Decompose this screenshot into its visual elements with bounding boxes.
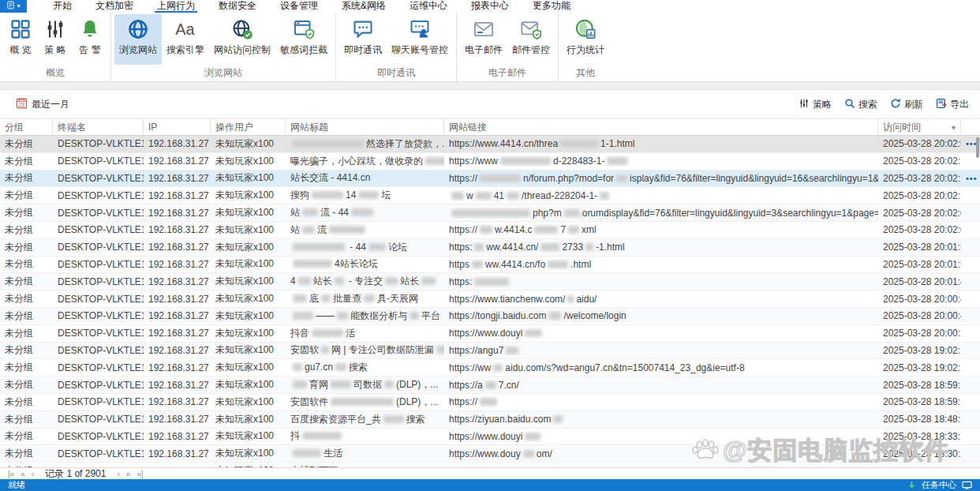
cell-group: 未分组 (0, 257, 53, 271)
overview-button[interactable]: 概 览 (3, 14, 38, 65)
tab-ops-center[interactable]: 运维中心 (398, 0, 459, 13)
export-icon (936, 98, 947, 111)
text-segment: 底 (309, 293, 319, 304)
email-button[interactable]: 电子邮件 (460, 14, 507, 65)
last-page-button[interactable]: »| (137, 470, 143, 478)
cell-terminal: DESKTOP-VLKTLE1 (53, 242, 144, 253)
column-header-time[interactable]: 访问时间▾ (878, 119, 961, 135)
table-row[interactable]: 未分组DESKTOP-VLKTLE1192.168.31.27未知玩家x100生… (0, 445, 980, 463)
table-row[interactable]: 未分组DESKTOP-VLKTLE1192.168.31.27未知玩家x100曝… (0, 153, 980, 171)
tab-start[interactable]: 开始 (41, 0, 84, 13)
table-row[interactable]: 未分组DESKTOP-VLKTLE1192.168.31.27未知玩家x100抖… (0, 325, 980, 343)
redacted-segment (321, 294, 331, 302)
table-row[interactable]: 未分组DESKTOP-VLKTLE1192.168.31.27未知玩家x100站… (0, 222, 980, 239)
prev-page-button[interactable]: ‹ (32, 470, 34, 478)
export-action-button[interactable]: 导出 (936, 98, 969, 111)
cell-user: 未知玩家x100 (211, 361, 286, 374)
column-header-menu[interactable] (961, 119, 980, 135)
instant-messaging-button[interactable]: 即时通讯 (339, 14, 387, 65)
tab-data-security[interactable]: 数据安全 (207, 0, 268, 13)
redacted-segment (476, 192, 492, 200)
table-row[interactable]: 未分组DESKTOP-VLKTLE1192.168.31.27未知玩家x100百… (0, 411, 980, 429)
browse-website-button[interactable]: 浏览网站 (114, 14, 162, 65)
table-row[interactable]: 未分组DESKTOP-VLKTLE1192.168.31.27未知玩家x100g… (0, 359, 980, 377)
table-row[interactable]: 未分组DESKTOP-VLKTLE1192.168.31.27未知玩家x1004… (0, 273, 980, 290)
task-center-button[interactable]: 任务中心 (922, 479, 956, 491)
table-row[interactable]: 未分组DESKTOP-VLKTLE1192.168.31.27未知玩家x100抖… (0, 429, 980, 446)
date-range-filter[interactable]: 23 最近一月 (16, 97, 69, 111)
table-row[interactable]: 未分组DESKTOP-VLKTLE1192.168.31.27未知玩家x100然… (0, 136, 980, 153)
redacted-segment (564, 209, 580, 217)
tab-more-features[interactable]: 更多功能 (521, 0, 582, 13)
policy-action-button[interactable]: 策略 (799, 98, 832, 111)
search-action-button[interactable]: 搜索 (844, 98, 877, 111)
refresh-action-button[interactable]: 刷新 (890, 98, 923, 111)
sensitive-word-block-button[interactable]: 敏感词拦截 (275, 14, 332, 65)
website-access-control-button[interactable]: 网站访问控制 (209, 14, 275, 65)
table-row[interactable]: 未分组DESKTOP-VLKTLE1192.168.31.27未知玩家x100站… (0, 204, 980, 222)
cell-time: 2025-03-28 20:02:09 (878, 208, 961, 219)
ribbon-button-label: 聊天账号管控 (391, 43, 448, 57)
tab-system-network[interactable]: 系统&网络 (330, 0, 398, 13)
table-row[interactable]: 未分组DESKTOP-VLKTLE1192.168.31.27未知玩家x100育… (0, 377, 980, 394)
column-header-title[interactable]: 网站标题 (286, 119, 444, 135)
monitor-icon[interactable] (962, 481, 972, 489)
column-header-terminal[interactable]: 终端名 (53, 119, 144, 135)
redacted-segment (351, 208, 373, 216)
sort-caret-icon[interactable]: ▾ (952, 123, 956, 132)
next-group-button[interactable]: » (126, 470, 131, 478)
table-row[interactable]: 未分组DESKTOP-VLKTLE1192.168.31.27未知玩家x100搜… (0, 187, 980, 204)
column-header-ip[interactable]: IP (144, 119, 211, 135)
cell-terminal: DESKTOP-VLKTLE1 (53, 380, 144, 391)
cell-time: 2025-03-28 20:01:50 (878, 259, 961, 270)
text-segment: 4 (290, 275, 296, 287)
table-row[interactable]: 未分组DESKTOP-VLKTLE1192.168.31.27未知玩家x1004… (0, 257, 980, 274)
column-header-url[interactable]: 网站链接 (444, 119, 878, 135)
column-header-label: 操作用户 (215, 121, 253, 134)
redacted-segment (616, 174, 627, 182)
next-page-button[interactable]: › (117, 470, 119, 478)
app-menu-button[interactable]: ▾ (0, 0, 27, 13)
text-segment: 抖音 (290, 328, 309, 339)
tab-web-behavior[interactable]: 上网行为 (145, 0, 207, 13)
table-header: 分组终端名IP操作用户网站标题网站链接访问时间▾ (0, 118, 980, 136)
table-row[interactable]: 未分组DESKTOP-VLKTLE1192.168.31.27未知玩家x100底… (0, 290, 980, 308)
prev-group-button[interactable]: « (21, 470, 25, 478)
text-segment: 4站长论坛 (335, 258, 378, 269)
toolbar-actions: 策略搜索刷新导出 (799, 98, 969, 111)
cell-user: 未知玩家x100 (211, 171, 286, 185)
table-row[interactable]: 未分组DESKTOP-VLKTLE1192.168.31.27未知玩家x100安… (0, 343, 980, 360)
table-row[interactable]: 未分组DESKTOP-VLKTLE1192.168.31.27未知玩家x100 … (0, 239, 980, 257)
text-segment: - 44 (347, 242, 366, 253)
chat-account-control-button[interactable]: 聊天账号管控 (387, 14, 453, 65)
tab-device-mgmt[interactable]: 设备管理 (268, 0, 330, 13)
table-row[interactable]: 未分组DESKTOP-VLKTLE1192.168.31.27未知玩家x100—… (0, 308, 980, 325)
cell-ip: 192.168.31.27 (144, 276, 211, 287)
alert-button[interactable]: 告 警 (73, 14, 107, 65)
tab-report-center[interactable]: 报表中心 (459, 0, 521, 13)
cell-ip: 192.168.31.27 (144, 310, 211, 321)
text-segment: https://angu7 (449, 345, 503, 356)
cell-url: https://www.douyom/ (444, 448, 878, 459)
column-header-group[interactable]: 分组 (0, 119, 53, 135)
table-row[interactable]: 未分组DESKTOP-VLKTLE1192.168.31.27未知玩家x100站… (0, 171, 980, 188)
tab-doc-encrypt[interactable]: 文档加密 (84, 0, 145, 13)
first-page-button[interactable]: |« (8, 470, 14, 478)
action-label: 导出 (950, 98, 969, 111)
text-segment: https:// (449, 224, 477, 235)
table-row[interactable]: 未分组DESKTOP-VLKTLE1192.168.31.27未知玩家x100未… (0, 463, 980, 467)
policy-button[interactable]: 策 略 (38, 14, 73, 65)
redacted-segment (312, 191, 343, 199)
text-segment: 站长交流 - 4414.cn (290, 172, 370, 183)
email-control-button[interactable]: 邮件管控 (507, 14, 555, 65)
table-row[interactable]: 未分组DESKTOP-VLKTLE1192.168.31.27未知玩家x100安… (0, 394, 980, 411)
text-segment: 活 (346, 328, 355, 339)
search-engine-button[interactable]: Aa搜索引擎 (162, 14, 209, 65)
vertical-scrollbar-thumb[interactable] (976, 137, 979, 158)
cell-title: 安固软网 | 专注公司数据防泄漏P)，... (286, 343, 444, 357)
behavior-stats-button[interactable]: 行为统计 (562, 14, 609, 65)
redacted-segment (331, 380, 351, 388)
cell-title: gu7.cn搜索 (286, 361, 444, 374)
row-actions-menu-icon[interactable]: ••• (966, 174, 978, 183)
column-header-user[interactable]: 操作用户 (211, 119, 286, 135)
